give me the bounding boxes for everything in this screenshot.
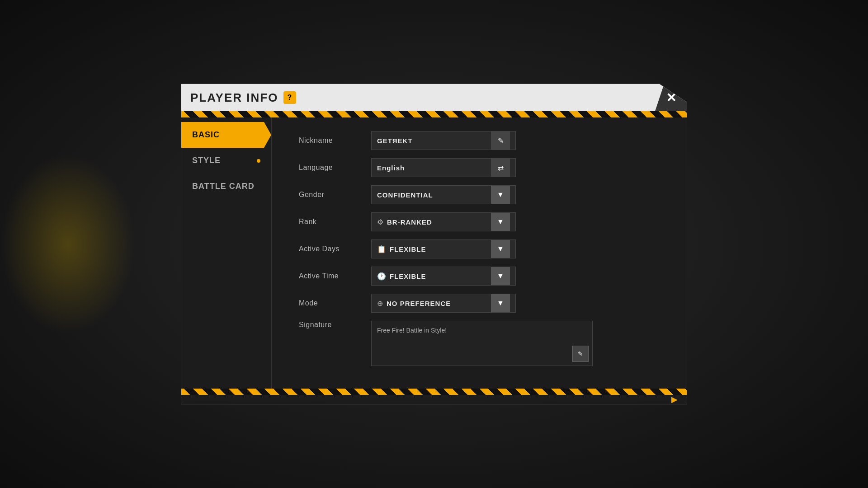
nickname-edit-button[interactable]: ✎ [491,131,510,150]
sidebar-item-basic[interactable]: BASIC [181,122,271,148]
player-info-modal: PLAYER INFO ? ✕ BASIC STYLE BATTLE CARD [181,84,687,404]
active-days-row: Active Days 📋 FLEXIBLE ▼ [299,239,660,258]
modal-title: PLAYER INFO [190,91,278,105]
mode-value-box: ⊕ NO PREFERENCE ▼ [371,294,516,313]
signature-label: Signature [299,321,371,329]
mode-label: Mode [299,299,371,307]
active-time-row: Active Time 🕐 FLEXIBLE ▼ [299,267,660,286]
bg-glow [0,154,136,334]
gender-dropdown-button[interactable]: ▼ [491,186,510,204]
active-days-icon: 📋 [377,245,386,253]
signature-box: Free Fire! Battle in Style! ✎ [371,321,593,366]
nickname-row: Nickname GETЯEKT ✎ [299,131,660,150]
mode-icon: ⊕ [377,299,383,308]
nickname-value: GETЯEKT [377,137,491,145]
signature-edit-button[interactable]: ✎ [572,346,589,362]
sidebar: BASIC STYLE BATTLE CARD [181,117,272,389]
active-time-value: FLEXIBLE [390,272,491,280]
active-time-dropdown-icon: ▼ [497,272,504,280]
language-value: English [377,164,491,172]
signature-edit-icon: ✎ [578,350,583,357]
sidebar-label-battle-card: BATTLE CARD [192,182,255,191]
active-days-value: FLEXIBLE [390,245,491,253]
language-row: Language English ⇄ [299,158,660,177]
modal-body: BASIC STYLE BATTLE CARD Nickname GETЯEKT… [181,117,687,389]
hazard-stripe-top [181,111,687,117]
active-days-value-box: 📋 FLEXIBLE ▼ [371,239,516,258]
hazard-stripe-bottom [181,389,687,395]
active-days-label: Active Days [299,245,371,253]
active-time-value-box: 🕐 FLEXIBLE ▼ [371,267,516,286]
mode-row: Mode ⊕ NO PREFERENCE ▼ [299,294,660,313]
gender-dropdown-icon: ▼ [497,191,504,199]
nickname-label: Nickname [299,136,371,145]
active-days-dropdown-icon: ▼ [497,245,504,253]
active-time-dropdown-button[interactable]: ▼ [491,267,510,285]
gender-label: Gender [299,191,371,199]
language-label: Language [299,164,371,172]
signature-row: Signature Free Fire! Battle in Style! ✎ [299,321,660,366]
active-time-label: Active Time [299,272,371,280]
gender-value-box: CONFIDENTIAL ▼ [371,185,516,204]
sidebar-item-battle-card[interactable]: BATTLE CARD [181,174,271,199]
rank-label: Rank [299,218,371,226]
modal-footer: ▶ [181,395,687,404]
mode-dropdown-button[interactable]: ▼ [491,294,510,312]
content-area: Nickname GETЯEKT ✎ Language English ⇄ [272,117,687,389]
mode-value: NO PREFERENCE [387,300,491,307]
active-days-dropdown-button[interactable]: ▼ [491,240,510,258]
rank-value-box: ⚙ BR-RANKED ▼ [371,212,516,231]
rank-dropdown-icon: ▼ [497,218,504,226]
rank-icon: ⚙ [377,218,383,226]
sidebar-item-style[interactable]: STYLE [181,148,271,174]
modal-header: PLAYER INFO ? ✕ [181,84,687,111]
language-switch-button[interactable]: ⇄ [491,159,510,177]
active-time-icon: 🕐 [377,272,386,281]
signature-value: Free Fire! Battle in Style! [377,327,447,334]
gender-row: Gender CONFIDENTIAL ▼ [299,185,660,204]
nickname-value-box: GETЯEKT ✎ [371,131,516,150]
rank-row: Rank ⚙ BR-RANKED ▼ [299,212,660,231]
switch-icon: ⇄ [498,164,504,172]
rank-dropdown-button[interactable]: ▼ [491,213,510,231]
sidebar-label-style: STYLE [192,156,221,165]
style-notification-dot [257,159,260,163]
sidebar-label-basic: BASIC [192,130,220,139]
modal-title-group: PLAYER INFO ? [190,91,296,105]
rank-value: BR-RANKED [387,218,491,226]
corner-arrow-icon: ▶ [671,394,678,404]
language-value-box: English ⇄ [371,158,516,177]
edit-icon: ✎ [498,136,504,145]
help-icon[interactable]: ? [283,91,296,104]
mode-dropdown-icon: ▼ [497,299,504,307]
gender-value: CONFIDENTIAL [377,191,491,199]
